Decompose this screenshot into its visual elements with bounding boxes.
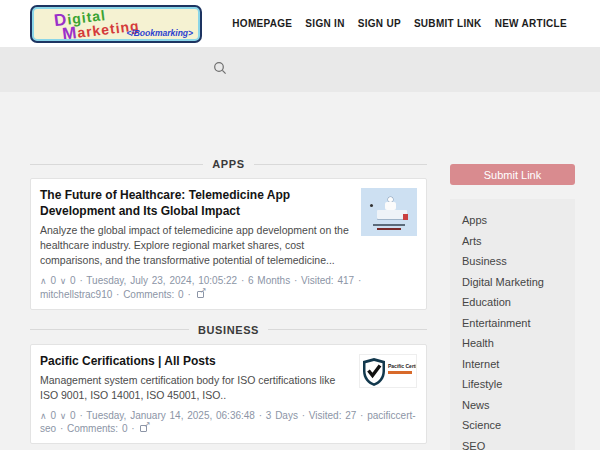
site-header: Digital Marketing </Bookmarking> HOMEPAG… [0, 0, 600, 47]
site-logo-inner: Digital Marketing </Bookmarking> [32, 7, 200, 41]
category-arts[interactable]: Arts [450, 231, 575, 252]
category-internet[interactable]: Internet [450, 354, 575, 375]
divider-line [254, 164, 427, 165]
upvote-count: 0 [50, 275, 56, 286]
category-education[interactable]: Education [450, 292, 575, 313]
category-science[interactable]: Science [450, 415, 575, 436]
category-business[interactable]: Business [450, 251, 575, 272]
category-seo[interactable]: SEO [450, 436, 575, 450]
post-thumbnail-certification[interactable]: Pacific Certificati [359, 354, 417, 388]
section-title: APPS [212, 158, 244, 170]
external-link-icon[interactable]: ↗ [140, 425, 147, 432]
sidebar: Submit Link Apps Arts Business Digital M… [450, 164, 575, 450]
divider-line [30, 164, 203, 165]
main-nav: HOMEPAGE SIGN IN SIGN UP SUBMIT LINK NEW… [232, 0, 567, 47]
downvote-count: 0 [70, 275, 76, 286]
main-content: APPS The Future of Healthcare: Telemedic… [30, 158, 427, 450]
upvote-count: 0 [50, 410, 56, 421]
external-link-icon[interactable]: ↗ [197, 291, 204, 298]
section-apps: APPS The Future of Healthcare: Telemedic… [30, 158, 427, 310]
category-list: Apps Arts Business Digital Marketing Edu… [450, 199, 575, 450]
post-card-pacific-certifications: Pacific Certificati Pacific Cerification… [30, 344, 427, 445]
post-meta: ∧ 0 ∨ 0 · Tuesday, January 14, 2025, 06:… [40, 409, 417, 436]
category-news[interactable]: News [450, 395, 575, 416]
post-meta: ∧ 0 ∨ 0 · Tuesday, July 23, 2024, 10:05:… [40, 274, 417, 301]
search-band [0, 47, 600, 92]
category-digital-marketing[interactable]: Digital Marketing [450, 272, 575, 293]
section-business: BUSINESS Pacific Certificati Pacific Cer… [30, 324, 427, 450]
post-thumbnail-telemedicine[interactable] [361, 188, 417, 236]
category-lifestyle[interactable]: Lifestyle [450, 374, 575, 395]
divider-line [30, 329, 189, 330]
divider-line [268, 329, 427, 330]
category-health[interactable]: Health [450, 333, 575, 354]
downvote-icon[interactable]: ∨ [60, 411, 67, 421]
upvote-icon[interactable]: ∧ [40, 411, 47, 421]
nav-sign-in[interactable]: SIGN IN [305, 18, 344, 29]
submit-link-button[interactable]: Submit Link [450, 164, 575, 185]
category-apps[interactable]: Apps [450, 210, 575, 231]
nav-new-article[interactable]: NEW ARTICLE [495, 18, 567, 29]
post-card-telemedicine: The Future of Healthcare: Telemedicine A… [30, 178, 427, 310]
post-meta-text: · Tuesday, January 14, 2025, 06:36:48 · … [40, 410, 416, 435]
section-header-business: BUSINESS [30, 324, 427, 336]
search-input[interactable] [233, 61, 393, 75]
site-logo[interactable]: Digital Marketing </Bookmarking> [30, 5, 202, 43]
nav-sign-up[interactable]: SIGN UP [358, 18, 401, 29]
nav-homepage[interactable]: HOMEPAGE [232, 18, 292, 29]
nav-submit-link[interactable]: SUBMIT LINK [414, 18, 482, 29]
search-form [213, 61, 393, 75]
category-entertainment[interactable]: Entertainment [450, 313, 575, 334]
thumbnail-logo-subtext-bar [388, 371, 412, 374]
downvote-count: 0 [70, 410, 76, 421]
downvote-icon[interactable]: ∨ [60, 276, 67, 286]
logo-tagline: </Bookmarking> [126, 28, 193, 38]
section-title: BUSINESS [198, 324, 259, 336]
shield-check-icon [361, 357, 387, 387]
upvote-icon[interactable]: ∧ [40, 276, 47, 286]
section-header-apps: APPS [30, 158, 427, 170]
thumbnail-logo-text: Pacific Certificati [388, 363, 417, 369]
search-icon[interactable] [213, 61, 227, 75]
